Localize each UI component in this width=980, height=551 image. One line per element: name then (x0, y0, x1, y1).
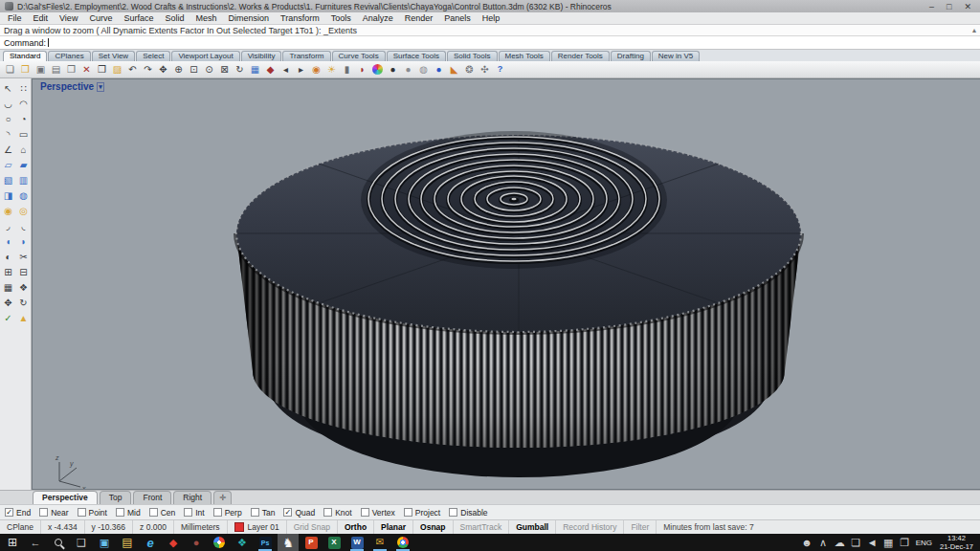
toolbar-tab[interactable]: Curve Tools (332, 51, 386, 61)
statusbar-cell[interactable]: z 0.000 (133, 520, 174, 534)
open-file-icon[interactable]: ❒ (18, 62, 33, 77)
toolbar-tab[interactable]: Visibility (241, 51, 282, 61)
rectangle-icon[interactable]: ▭ (16, 127, 31, 142)
checkbox[interactable] (116, 508, 124, 517)
box-icon[interactable]: ▧ (1, 173, 15, 187)
menu-item[interactable]: File (2, 13, 28, 23)
material-icon[interactable]: ◣ (447, 62, 461, 77)
viewport-title[interactable]: Perspective ▾ (40, 81, 104, 92)
language-indicator[interactable]: ENG (913, 539, 935, 547)
copy-icon[interactable]: ❐ (95, 62, 109, 77)
toolbar-tab[interactable]: Transform (282, 51, 330, 61)
statusbar-cell[interactable]: Gumball (509, 520, 556, 534)
statusbar-cell[interactable]: SmartTrack (454, 520, 510, 534)
blend-surface-icon[interactable]: ◖ (1, 234, 15, 249)
checkbox[interactable] (149, 508, 158, 517)
menu-item[interactable]: Surface (118, 13, 159, 23)
checkbox[interactable] (184, 508, 192, 517)
command-prompt[interactable]: Command: (0, 36, 980, 50)
statusbar-cell[interactable]: CPlane (0, 520, 41, 534)
toolbar-tab[interactable]: Mesh Tools (499, 51, 550, 61)
toolbar-tab[interactable]: Render Tools (551, 51, 610, 61)
new-file-icon[interactable]: ❏ (3, 62, 17, 77)
viewport-tab[interactable]: Front (133, 491, 171, 504)
paste-icon[interactable]: ▨ (110, 62, 124, 77)
lock-icon[interactable]: ▮ (340, 62, 354, 77)
print-icon[interactable]: ▤ (49, 62, 63, 77)
checkbox[interactable] (78, 508, 86, 517)
viewport-tab[interactable]: ✛ (213, 491, 232, 504)
menu-item[interactable]: Curve (83, 13, 118, 23)
statusbar-cell[interactable]: Ortho (338, 520, 374, 534)
osnap-toggle[interactable]: Mid (116, 508, 141, 518)
points-edit-icon[interactable]: ∷ (16, 81, 31, 96)
onedrive-cloud-icon[interactable]: ☁ (832, 534, 848, 551)
menu-item[interactable]: Dimension (222, 13, 275, 23)
settings-gears-icon[interactable]: ❂ (462, 62, 477, 77)
edge-icon[interactable]: e (140, 534, 161, 551)
curve-icon[interactable]: ◡ (1, 97, 15, 111)
touch-keyboard-icon[interactable]: ▦ (880, 534, 897, 551)
viewport-tab[interactable]: Right (173, 491, 212, 504)
menu-item[interactable]: View (54, 13, 83, 23)
viewport-canvas[interactable]: z y x (33, 79, 980, 489)
statusbar-cell[interactable]: Record History (556, 520, 624, 534)
menu-item[interactable]: Tools (325, 13, 357, 23)
shade-view-icon[interactable]: ◆ (263, 62, 278, 77)
action-center-icon[interactable]: ❐ (897, 534, 913, 551)
menu-item[interactable]: Panels (438, 13, 477, 23)
delete-icon[interactable]: ✕ (79, 62, 94, 77)
checkbox[interactable] (283, 508, 292, 517)
menu-item[interactable]: Help (477, 13, 506, 23)
speaker-icon[interactable]: ◄ (864, 534, 880, 551)
extrude-icon[interactable]: ◨ (1, 188, 15, 203)
toolbar-tab[interactable]: Solid Tools (447, 51, 498, 61)
osnap-toggle[interactable]: Disable (449, 508, 487, 518)
checkbox[interactable] (323, 508, 332, 517)
menu-item[interactable]: Transform (275, 13, 325, 23)
checkbox[interactable] (361, 508, 369, 517)
lamp-icon[interactable]: ☀ (324, 62, 339, 77)
undo-view-icon[interactable]: ◂ (278, 62, 293, 77)
toolbar-tab[interactable]: Set View (92, 51, 135, 61)
osnap-toggle[interactable]: Perp (213, 508, 242, 518)
redo-icon[interactable]: ↷ (141, 62, 155, 77)
polygon-icon[interactable]: ⌂ (16, 143, 31, 157)
viewport-layout-icon[interactable]: ▦ (248, 62, 262, 77)
chrome-icon[interactable] (392, 534, 413, 551)
curve-boolean-icon[interactable]: ◐ (1, 250, 15, 264)
statusbar-cell[interactable]: Filter (624, 520, 657, 534)
app-icon-teal[interactable]: ❖ (232, 534, 253, 551)
osnap-toggle[interactable]: Knot (323, 508, 352, 518)
rendered-sphere-icon[interactable]: ● (432, 62, 446, 77)
checkbox[interactable] (39, 508, 48, 517)
store-icon[interactable]: ▣ (94, 534, 115, 551)
zoom-selected-icon[interactable]: ⊙ (202, 62, 216, 77)
join-icon[interactable]: ⊞ (1, 265, 15, 279)
mail-icon[interactable]: ✉ (369, 534, 390, 551)
polyline-icon[interactable]: ∠ (1, 143, 15, 157)
osnap-toggle[interactable]: Cen (149, 508, 176, 518)
task-view-icon[interactable]: ❑ (71, 534, 92, 551)
pan-icon[interactable]: ✥ (156, 62, 170, 77)
viewport-menu-arrow-icon[interactable]: ▾ (97, 82, 104, 92)
checkbox[interactable] (5, 508, 13, 517)
move-icon[interactable]: ✥ (1, 296, 15, 310)
cone-icon[interactable]: ▲ (16, 311, 31, 325)
checkbox[interactable] (404, 508, 412, 517)
shaded-sphere-icon[interactable]: ● (401, 62, 415, 77)
toolbar-tab[interactable]: Surface Tools (387, 51, 446, 61)
rhinoceros-icon[interactable]: ♞ (278, 534, 299, 551)
osnap-toggle[interactable]: Point (78, 508, 107, 518)
explode-icon[interactable]: ⊟ (16, 265, 31, 279)
rotate-icon[interactable]: ↻ (16, 296, 31, 310)
zoom-window-icon[interactable]: ⊡ (187, 62, 201, 77)
3d-model-control-button[interactable] (236, 131, 801, 477)
statusbar-cell[interactable]: Grid Snap (287, 520, 338, 534)
loft-icon[interactable]: ▰ (16, 158, 31, 172)
set-cplane-icon[interactable]: ◉ (309, 62, 323, 77)
surface-icon[interactable]: ▱ (1, 158, 15, 172)
app-icon-maroon[interactable]: ● (186, 534, 207, 551)
menu-item[interactable]: Mesh (189, 13, 222, 23)
chevron-up-icon[interactable]: ∧ (815, 534, 832, 551)
